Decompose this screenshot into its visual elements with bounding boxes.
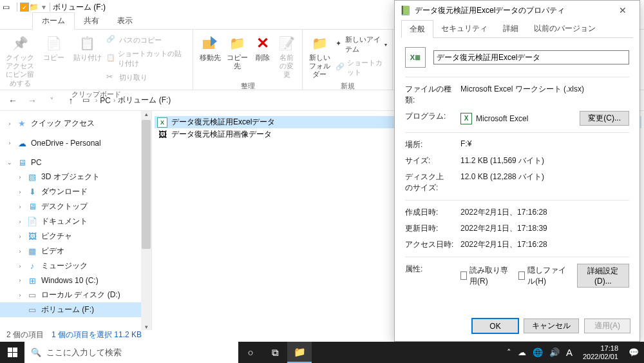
music-icon: ♪ [27, 261, 37, 271]
label-program: プログラム: [405, 111, 460, 126]
group-organize-label: 整理 [198, 81, 297, 91]
file-name: データ復元検証用Excelデータ [171, 117, 275, 128]
nav-scrollbar[interactable]: ▴ ▾ [141, 111, 151, 330]
nav-pictures[interactable]: ›🖼ピクチャ [0, 229, 151, 244]
move-to-button[interactable]: 移動先 [198, 32, 222, 64]
nav-music[interactable]: ›♪ミュージック [0, 259, 151, 273]
rename-icon [278, 34, 296, 52]
value-filetype: Microsoft Excel ワークシート (.xlsx) [460, 84, 629, 106]
tab-previous-versions[interactable]: 以前のバージョン [526, 20, 603, 37]
back-button[interactable]: ← [5, 93, 21, 108]
value-accessed: 2022年2月1日、17:16:28 [460, 239, 629, 250]
copy-path-button[interactable]: パスのコピー [106, 34, 187, 46]
onedrive-tray-icon[interactable]: ☁ [518, 348, 526, 357]
paste-shortcut-button[interactable]: ショートカットの貼り付け [106, 48, 187, 70]
qat-checkbox-icon[interactable]: ✓ [20, 3, 29, 12]
tab-share[interactable]: 共有 [75, 13, 108, 29]
nav-videos[interactable]: ›▦ビデオ [0, 244, 151, 259]
drive-icon: ▭ [27, 290, 37, 300]
folder-icon: 📁 [29, 3, 38, 12]
close-button[interactable]: ✕ [611, 5, 634, 15]
label-disk-size: ディスク上 のサイズ: [405, 172, 460, 193]
rename-button[interactable]: 名前 の変更 [277, 32, 297, 81]
apply-button[interactable]: 適用(A) [584, 319, 630, 333]
readonly-checkbox[interactable]: 読み取り専用(R) [460, 265, 511, 287]
label-filetype: ファイルの種類: [405, 84, 460, 106]
cube-icon [27, 172, 37, 182]
ok-button[interactable]: OK [472, 319, 518, 333]
nav-desktop[interactable]: ›🖥デスクトップ [0, 199, 151, 214]
nav-3d-objects[interactable]: ›3D オブジェクト [0, 170, 151, 184]
window-title: ボリューム (F:) [53, 2, 106, 13]
search-icon: 🔍 [31, 348, 41, 357]
nav-onedrive[interactable]: ›☁OneDrive - Personal [0, 136, 151, 150]
task-view-button[interactable]: ⧉ [263, 342, 287, 363]
taskbar-explorer[interactable]: 📁 [287, 342, 312, 363]
start-button[interactable] [0, 342, 24, 363]
excel-icon: X [460, 113, 472, 124]
qat-dropdown-icon[interactable]: ▾ [42, 3, 46, 12]
new-folder-button[interactable]: 新しい フォルダー [308, 32, 332, 81]
star-icon: ★ [17, 119, 27, 129]
nav-d-drive[interactable]: ›▭ローカル ディスク (D:) [0, 288, 151, 302]
clock-time: 17:18 [583, 344, 618, 353]
cortana-button[interactable]: ○ [238, 342, 263, 363]
navigation-pane: ›★クイック アクセス ›☁OneDrive - Personal ⌄🖥PC ›… [0, 111, 152, 330]
tab-details[interactable]: 詳細 [495, 20, 526, 37]
pin-icon [11, 34, 29, 52]
nav-quick-access[interactable]: ›★クイック アクセス [0, 116, 151, 131]
status-selection: 1 個の項目を選択 11.2 KB [52, 329, 142, 340]
new-shortcut-button[interactable]: ショートカット [336, 57, 387, 79]
volume-icon[interactable]: 🔊 [549, 348, 560, 357]
excel-icon [400, 5, 415, 15]
breadcrumb-pc[interactable]: PC [100, 96, 111, 105]
pin-to-quick-access-button[interactable]: クイック アクセス にピン留めする [5, 32, 35, 90]
checkbox-icon [518, 271, 525, 280]
up-button[interactable]: ↑ [63, 93, 79, 108]
cancel-button[interactable]: キャンセル [524, 319, 579, 333]
nav-scroll-thumb[interactable] [142, 120, 151, 249]
label-modified: 更新日時: [405, 223, 460, 234]
nav-c-drive[interactable]: ›⊞Windows 10 (C:) [0, 273, 151, 288]
image-icon [157, 130, 167, 140]
clock[interactable]: 17:18 2022/02/01 [579, 344, 622, 360]
taskbar: 🔍 ここに入力して検索 ○ ⧉ 📁 ˄ ☁ 🌐 🔊 A 17:18 2022/0… [0, 342, 644, 363]
copy-to-button[interactable]: コピー先 [225, 32, 249, 72]
value-created: 2022年2月1日、17:16:28 [460, 207, 629, 218]
copy-icon [45, 34, 63, 52]
nav-f-drive[interactable]: ▭ボリューム (F:) [0, 302, 151, 317]
tray-chevron-icon[interactable]: ˄ [507, 348, 511, 357]
recent-dropdown[interactable]: ˅ [44, 93, 59, 108]
tab-view[interactable]: 表示 [108, 13, 142, 29]
change-program-button[interactable]: 変更(C)... [580, 111, 629, 126]
tab-home[interactable]: ホーム [32, 12, 75, 30]
filename-input[interactable] [433, 50, 629, 64]
tab-general[interactable]: 全般 [401, 20, 433, 38]
ime-indicator[interactable]: A [566, 347, 573, 358]
nav-documents[interactable]: ›📄ドキュメント [0, 214, 151, 229]
dialog-titlebar[interactable]: データ復元検証用Excelデータのプロパティ ✕ [395, 1, 639, 20]
system-tray: ˄ ☁ 🌐 🔊 A 17:18 2022/02/01 💬 [502, 342, 644, 363]
label-accessed: アクセス日時: [405, 239, 460, 250]
breadcrumb-volume[interactable]: ボリューム (F:) [118, 95, 171, 106]
tab-security[interactable]: セキュリティ [433, 20, 495, 37]
advanced-button[interactable]: 詳細設定(D)... [577, 264, 629, 288]
properties-dialog: データ復元検証用Excelデータのプロパティ ✕ 全般 セキュリティ 詳細 以前… [394, 0, 640, 342]
cut-button[interactable]: 切り取り [106, 71, 187, 84]
nav-pc[interactable]: ⌄🖥PC [0, 155, 151, 170]
delete-button[interactable]: ✕削除 [253, 32, 273, 64]
paste-button[interactable]: 貼り付け [73, 32, 102, 64]
forward-button[interactable]: → [24, 93, 40, 108]
network-icon[interactable]: 🌐 [533, 348, 543, 357]
status-item-count: 2 個の項目 [6, 329, 44, 340]
address-bar[interactable]: ▭ › PC › ボリューム (F:) [82, 95, 171, 106]
action-center-icon[interactable]: 💬 [629, 348, 639, 357]
search-box[interactable]: 🔍 ここに入力して検索 [24, 342, 238, 363]
drive-icon: ▭ [27, 305, 37, 315]
nav-downloads[interactable]: ›⬇ダウンロード [0, 184, 151, 199]
chevron-icon: › [95, 97, 97, 104]
hidden-checkbox[interactable]: 隠しファイル(H) [518, 265, 569, 287]
dialog-title: データ復元検証用Excelデータのプロパティ [415, 5, 565, 16]
copy-button[interactable]: コピー [39, 32, 68, 64]
new-item-button[interactable]: 新しいアイテム ▾ [336, 34, 387, 55]
